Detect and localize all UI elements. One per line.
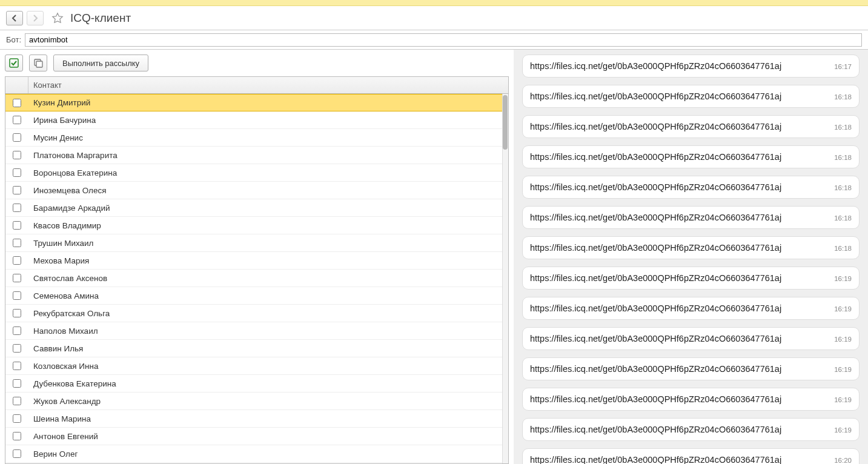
table-row[interactable]: Козловская Инна: [5, 357, 508, 375]
row-checkbox[interactable]: [13, 309, 21, 317]
message-bubble[interactable]: https://files.icq.net/get/0bA3e000QPHf6p…: [522, 327, 860, 350]
main-split: Выполнить рассылку Контакт Кузин Дмитрий…: [0, 50, 868, 464]
row-checkbox[interactable]: [13, 168, 21, 177]
contacts-panel: Выполнить рассылку Контакт Кузин Дмитрий…: [0, 50, 514, 464]
message-bubble[interactable]: https://files.icq.net/get/0bA3e000QPHf6p…: [522, 85, 860, 108]
message-time: 16:18: [834, 124, 852, 131]
message-bubble[interactable]: https://files.icq.net/get/0bA3e000QPHf6p…: [522, 145, 860, 168]
row-checkbox[interactable]: [13, 116, 21, 124]
table-row[interactable]: Барамидзе Аркадий: [5, 199, 508, 217]
row-checkbox[interactable]: [13, 274, 21, 282]
grid-body[interactable]: Кузин ДмитрийИрина БачуринаМусин ДенисПл…: [5, 94, 508, 463]
row-contact-name: Рекубратская Ольга: [28, 309, 508, 318]
message-bubble[interactable]: https://files.icq.net/get/0bA3e000QPHf6p…: [522, 206, 860, 229]
message-url: https://files.icq.net/get/0bA3e000QPHf6p…: [530, 122, 829, 131]
row-checkbox[interactable]: [13, 379, 21, 388]
row-checkbox-cell: [5, 414, 28, 423]
row-checkbox[interactable]: [13, 99, 21, 107]
table-row[interactable]: Мусин Денис: [5, 129, 508, 147]
table-row[interactable]: Ирина Бачурина: [5, 111, 508, 129]
row-checkbox-cell: [5, 432, 28, 440]
row-checkbox[interactable]: [13, 204, 21, 212]
table-row[interactable]: Трушин Михаил: [5, 234, 508, 252]
row-checkbox[interactable]: [13, 239, 21, 247]
check-all-button[interactable]: [5, 55, 23, 71]
grid-header-checkbox-col[interactable]: [5, 77, 28, 93]
send-mailing-button[interactable]: Выполнить рассылку: [53, 55, 148, 71]
row-contact-name: Иноземцева Олеся: [28, 186, 508, 195]
row-checkbox-cell: [5, 151, 28, 159]
row-contact-name: Антонов Евгений: [28, 432, 508, 441]
row-contact-name: Кузин Дмитрий: [28, 98, 508, 107]
message-bubble[interactable]: https://files.icq.net/get/0bA3e000QPHf6p…: [522, 448, 860, 464]
row-contact-name: Воронцова Екатерина: [28, 168, 508, 177]
row-checkbox-cell: [5, 291, 28, 300]
table-row[interactable]: Семенова Амина: [5, 287, 508, 305]
row-checkbox[interactable]: [13, 291, 21, 300]
table-row[interactable]: Иноземцева Олеся: [5, 182, 508, 199]
table-row[interactable]: Дубенкова Екатерина: [5, 375, 508, 393]
row-checkbox[interactable]: [13, 362, 21, 370]
message-bubble[interactable]: https://files.icq.net/get/0bA3e000QPHf6p…: [522, 176, 860, 199]
row-checkbox[interactable]: [13, 344, 21, 353]
table-row[interactable]: Платонова Маргарита: [5, 147, 508, 164]
table-row[interactable]: Наполов Михаил: [5, 322, 508, 340]
row-contact-name: Трушин Михаил: [28, 239, 508, 248]
nav-back-button[interactable]: [6, 11, 23, 25]
row-contact-name: Семенова Амина: [28, 291, 508, 300]
table-row[interactable]: Жуков Александр: [5, 393, 508, 410]
row-checkbox[interactable]: [13, 449, 21, 458]
message-bubble[interactable]: https://files.icq.net/get/0bA3e000QPHf6p…: [522, 297, 860, 320]
table-row[interactable]: Воронцова Екатерина: [5, 164, 508, 182]
messages-panel[interactable]: https://files.icq.net/get/0bA3e000QPHf6p…: [514, 50, 868, 464]
table-row[interactable]: Квасов Владимир: [5, 217, 508, 234]
table-row[interactable]: Кузин Дмитрий: [5, 94, 508, 111]
row-checkbox[interactable]: [13, 151, 21, 159]
table-row[interactable]: Саввин Илья: [5, 340, 508, 357]
table-row[interactable]: Антонов Евгений: [5, 428, 508, 445]
header-bar: ICQ-клиент: [0, 6, 868, 30]
table-row[interactable]: Шеина Марина: [5, 410, 508, 428]
uncheck-all-icon: [33, 58, 43, 68]
row-checkbox-cell: [5, 256, 28, 265]
grid-scrollbar-thumb[interactable]: [503, 95, 508, 150]
row-checkbox[interactable]: [13, 397, 21, 405]
row-checkbox[interactable]: [13, 432, 21, 440]
row-checkbox[interactable]: [13, 186, 21, 194]
table-row[interactable]: Святослав Аксенов: [5, 270, 508, 287]
app-ribbon-stub: [0, 0, 868, 6]
row-checkbox-cell: [5, 239, 28, 247]
message-bubble[interactable]: https://files.icq.net/get/0bA3e000QPHf6p…: [522, 418, 860, 441]
page-title: ICQ-клиент: [70, 12, 131, 25]
message-bubble[interactable]: https://files.icq.net/get/0bA3e000QPHf6p…: [522, 388, 860, 411]
row-contact-name: Наполов Михаил: [28, 326, 508, 336]
row-checkbox[interactable]: [13, 414, 21, 423]
table-row[interactable]: Рекубратская Ольга: [5, 305, 508, 322]
row-contact-name: Саввин Илья: [28, 344, 508, 353]
row-contact-name: Козловская Инна: [28, 362, 508, 371]
message-time: 16:19: [834, 275, 852, 282]
star-outline-icon: [51, 12, 64, 24]
message-bubble[interactable]: https://files.icq.net/get/0bA3e000QPHf6p…: [522, 357, 860, 380]
table-row[interactable]: Верин Олег: [5, 445, 508, 463]
bot-input[interactable]: [25, 33, 862, 47]
favorite-star-button[interactable]: [51, 12, 64, 25]
row-checkbox[interactable]: [13, 256, 21, 265]
row-checkbox[interactable]: [13, 326, 21, 335]
message-bubble[interactable]: https://files.icq.net/get/0bA3e000QPHf6p…: [522, 55, 860, 78]
grid-header: Контакт: [5, 77, 508, 94]
table-row[interactable]: Мехова Мария: [5, 252, 508, 270]
nav-forward-button[interactable]: [27, 11, 44, 25]
message-bubble[interactable]: https://files.icq.net/get/0bA3e000QPHf6p…: [522, 267, 860, 290]
grid-header-contact[interactable]: Контакт: [28, 77, 508, 93]
message-url: https://files.icq.net/get/0bA3e000QPHf6p…: [530, 152, 829, 162]
message-bubble[interactable]: https://files.icq.net/get/0bA3e000QPHf6p…: [522, 115, 860, 138]
message-bubble[interactable]: https://files.icq.net/get/0bA3e000QPHf6p…: [522, 236, 860, 259]
row-checkbox[interactable]: [13, 221, 21, 230]
message-url: https://files.icq.net/get/0bA3e000QPHf6p…: [530, 425, 829, 434]
bot-label: Бот:: [6, 35, 21, 44]
uncheck-all-button[interactable]: [29, 55, 47, 71]
row-checkbox-cell: [5, 274, 28, 282]
row-checkbox[interactable]: [13, 133, 21, 142]
row-checkbox-cell: [5, 204, 28, 212]
